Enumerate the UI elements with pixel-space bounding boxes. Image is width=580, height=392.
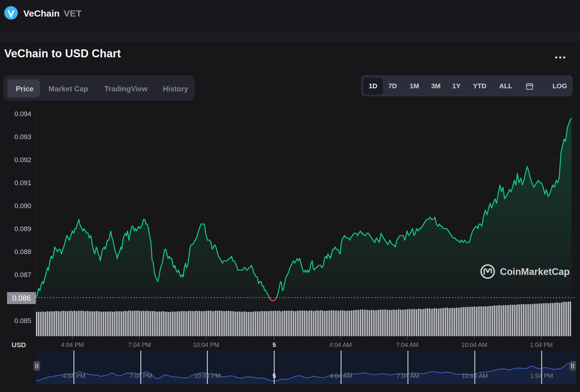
svg-text:10:04 PM: 10:04 PM bbox=[193, 341, 219, 348]
svg-text:4:04 AM: 4:04 AM bbox=[329, 341, 351, 348]
svg-text:4:04 PM: 4:04 PM bbox=[63, 372, 85, 379]
svg-text:5: 5 bbox=[272, 341, 276, 348]
svg-text:1:04 PM: 1:04 PM bbox=[530, 341, 553, 348]
svg-text:7:04 PM: 7:04 PM bbox=[129, 372, 152, 379]
svg-text:0.094: 0.094 bbox=[14, 110, 31, 118]
svg-text:USD: USD bbox=[12, 341, 26, 349]
svg-text:5: 5 bbox=[272, 372, 276, 379]
svg-text:7:04 PM: 7:04 PM bbox=[128, 341, 151, 348]
svg-text:10:04 PM: 10:04 PM bbox=[194, 372, 221, 379]
svg-text:4:04 PM: 4:04 PM bbox=[61, 341, 84, 348]
svg-text:0.092: 0.092 bbox=[14, 156, 31, 164]
svg-text:10:04 AM: 10:04 AM bbox=[461, 341, 487, 348]
svg-text:1:04 PM: 1:04 PM bbox=[530, 372, 553, 379]
svg-text:7:04 AM: 7:04 AM bbox=[397, 372, 419, 379]
svg-text:7:04 AM: 7:04 AM bbox=[396, 341, 418, 348]
svg-text:0.093: 0.093 bbox=[14, 133, 31, 141]
svg-text:0.087: 0.087 bbox=[14, 271, 31, 279]
svg-text:0.088: 0.088 bbox=[14, 248, 31, 256]
svg-text:0.085: 0.085 bbox=[14, 317, 31, 325]
svg-text:CoinMarketCap: CoinMarketCap bbox=[500, 266, 570, 277]
svg-text:10:04 AM: 10:04 AM bbox=[462, 372, 488, 379]
svg-text:0.086: 0.086 bbox=[12, 294, 31, 302]
svg-text:0.090: 0.090 bbox=[14, 202, 31, 210]
svg-text:0.091: 0.091 bbox=[14, 179, 31, 187]
svg-text:4:04 AM: 4:04 AM bbox=[330, 372, 352, 379]
svg-text:0.089: 0.089 bbox=[14, 225, 31, 233]
